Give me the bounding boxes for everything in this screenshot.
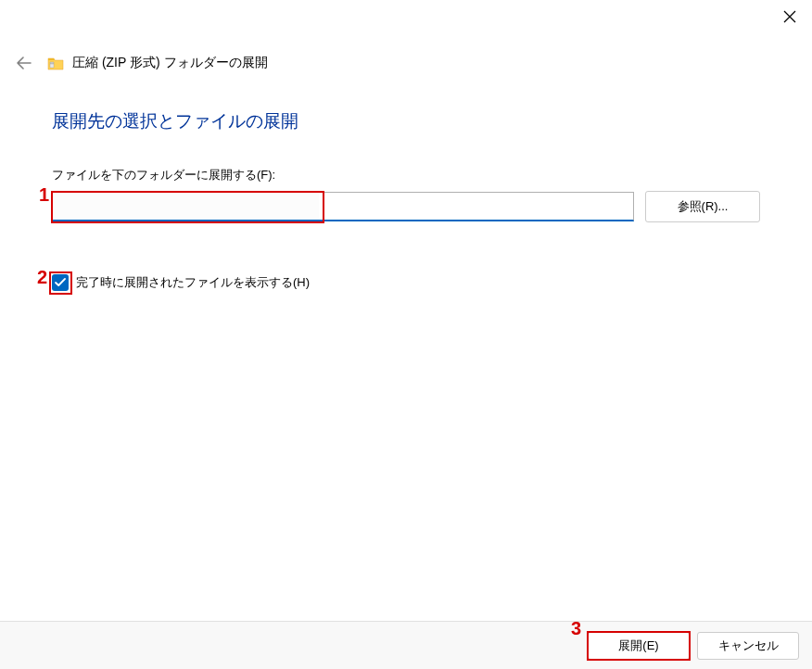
show-files-row: 2 完了時に展開されたファイルを表示する(H) — [52, 274, 760, 291]
annotation-number-1: 1 — [39, 184, 49, 206]
show-files-label: 完了時に展開されたファイルを表示する(H) — [76, 274, 310, 291]
browse-button[interactable]: 参照(R)... — [645, 191, 760, 222]
annotation-number-2: 2 — [37, 267, 47, 288]
title-group: 圧縮 (ZIP 形式) フォルダーの展開 — [46, 54, 268, 72]
show-files-checkbox[interactable] — [52, 274, 69, 291]
svg-rect-2 — [50, 62, 54, 64]
annotation-number-3: 3 — [571, 618, 581, 639]
zip-folder-icon — [46, 54, 65, 72]
destination-label: ファイルを下のフォルダーに展開する(F): — [52, 167, 760, 183]
close-icon — [783, 10, 796, 23]
back-arrow-icon — [17, 57, 32, 69]
checkmark-icon — [55, 278, 66, 287]
title-bar — [0, 0, 812, 33]
back-button[interactable] — [15, 54, 33, 72]
destination-input-wrap: 1 — [52, 192, 634, 221]
wizard-footer: 展開(E) 3 キャンセル — [0, 621, 812, 669]
redaction-overlay — [54, 194, 319, 220]
wizard-header: 圧縮 (ZIP 形式) フォルダーの展開 — [0, 33, 812, 72]
destination-row: 1 参照(R)... — [52, 191, 760, 222]
extract-button[interactable]: 展開(E) 3 — [588, 632, 690, 660]
cancel-button[interactable]: キャンセル — [697, 632, 799, 660]
close-button[interactable] — [780, 7, 799, 26]
extract-button-label: 展開(E) — [618, 638, 658, 652]
wizard-title: 圧縮 (ZIP 形式) フォルダーの展開 — [72, 55, 268, 71]
wizard-content: 展開先の選択とファイルの展開 ファイルを下のフォルダーに展開する(F): 1 参… — [0, 72, 812, 291]
page-heading: 展開先の選択とファイルの展開 — [52, 109, 760, 133]
